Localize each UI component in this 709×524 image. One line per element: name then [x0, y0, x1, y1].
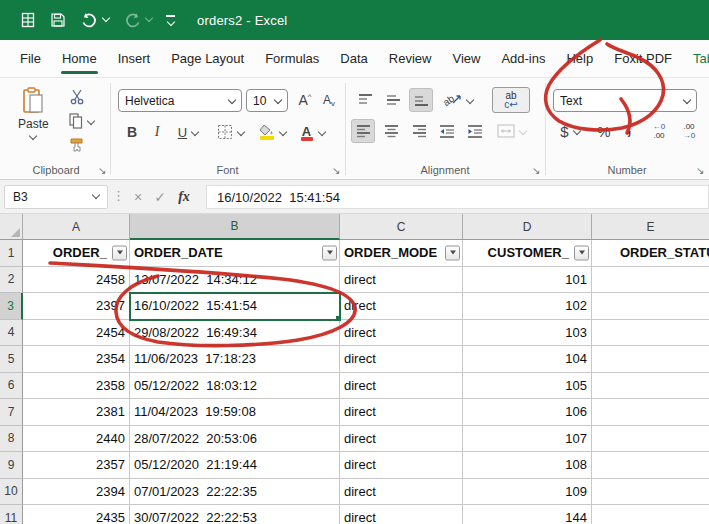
cell[interactable]	[592, 399, 709, 426]
comma-style-button[interactable]: ,	[620, 115, 638, 139]
number-dialog-launcher[interactable]: ↘	[696, 166, 704, 176]
cell[interactable]	[592, 346, 709, 373]
align-center-button[interactable]	[379, 119, 403, 143]
underline-dropdown-icon[interactable]	[191, 128, 199, 136]
cell[interactable]: 104	[463, 346, 592, 373]
font-dialog-launcher[interactable]: ↘	[332, 166, 340, 176]
cell[interactable]: CUSTOMER_	[463, 240, 592, 267]
cell[interactable]: 107	[463, 426, 592, 453]
underline-button[interactable]: U	[172, 121, 204, 143]
cell[interactable]	[592, 267, 709, 294]
cell[interactable]: 103	[463, 320, 592, 347]
cell[interactable]: 102	[463, 293, 592, 320]
undo-button[interactable]	[80, 12, 109, 28]
cell[interactable]: 101	[463, 267, 592, 294]
cell[interactable]: ORDER_STATU	[592, 240, 709, 267]
cell[interactable]	[592, 505, 709, 524]
tab-insert[interactable]: Insert	[116, 41, 153, 77]
filter-button[interactable]	[574, 245, 589, 260]
tab-help[interactable]: Help	[564, 41, 595, 77]
copy-dropdown-icon[interactable]	[86, 117, 94, 125]
fill-color-button[interactable]	[254, 121, 290, 143]
row-header-9[interactable]: 9	[0, 452, 23, 479]
cell[interactable]: 2357	[23, 452, 130, 479]
row-header-3[interactable]: 3	[0, 293, 23, 320]
cell[interactable]: 109	[463, 479, 592, 506]
borders-dropdown-icon[interactable]	[236, 128, 244, 136]
font-size-combo[interactable]: 10	[246, 89, 288, 112]
cell[interactable]: 28/07/2022 20:53:06	[130, 426, 340, 453]
cell[interactable]: 2435	[23, 505, 130, 524]
cell[interactable]: 108	[463, 452, 592, 479]
column-header-c[interactable]: C	[340, 214, 463, 240]
name-box[interactable]: B3	[4, 185, 108, 209]
accounting-format-button[interactable]: $	[553, 119, 587, 143]
tab-tab[interactable]: Tab	[691, 41, 709, 77]
font-color-dropdown-icon[interactable]	[317, 128, 325, 136]
alignment-dialog-launcher[interactable]: ↘	[532, 166, 540, 176]
cell[interactable]: 30/07/2022 22:22:53	[130, 505, 340, 524]
select-all-corner[interactable]	[0, 214, 23, 240]
row-header-10[interactable]: 10	[0, 479, 23, 506]
insert-function-button[interactable]: fx	[174, 186, 194, 208]
align-right-button[interactable]	[407, 119, 431, 143]
tab-page-layout[interactable]: Page Layout	[169, 41, 246, 77]
excel-logo-icon[interactable]	[20, 12, 36, 28]
cell[interactable]: 11/06/2023 17:18:23	[130, 346, 340, 373]
cell[interactable]: direct	[340, 452, 463, 479]
middle-align-button[interactable]	[381, 88, 405, 112]
decrease-font-size-button[interactable]: Av	[318, 89, 340, 111]
orientation-button[interactable]: ab	[438, 88, 478, 112]
row-header-2[interactable]: 2	[0, 267, 23, 294]
cell[interactable]: direct	[340, 320, 463, 347]
percent-style-button[interactable]: %	[592, 119, 616, 143]
cell[interactable]: direct	[340, 373, 463, 400]
fill-handle[interactable]	[335, 315, 340, 320]
cell[interactable]	[592, 426, 709, 453]
cell[interactable]: direct	[340, 399, 463, 426]
cell[interactable]: direct	[340, 346, 463, 373]
number-format-combo[interactable]: Text	[553, 89, 697, 112]
paste-button[interactable]: Paste	[18, 87, 49, 139]
cell[interactable]	[592, 293, 709, 320]
cell[interactable]: 11/04/2023 19:59:08	[130, 399, 340, 426]
cell[interactable]: ORDER_	[23, 240, 130, 267]
wrap-text-button[interactable]: abc↩	[492, 87, 530, 113]
copy-button[interactable]	[64, 111, 98, 131]
name-box-dropdown-icon[interactable]	[92, 191, 100, 199]
column-header-b[interactable]: B	[130, 214, 340, 240]
filter-button[interactable]	[322, 245, 337, 260]
row-header-11[interactable]: 11	[0, 505, 23, 524]
cell[interactable]: 05/12/2022 18:03:12	[130, 373, 340, 400]
decrease-indent-button[interactable]	[435, 119, 459, 143]
tab-formulas[interactable]: Formulas	[263, 41, 321, 77]
filter-button[interactable]	[112, 245, 127, 260]
orientation-dropdown-icon[interactable]	[465, 96, 473, 104]
cell[interactable]: ORDER_DATE	[130, 240, 340, 267]
cell[interactable]: direct	[340, 267, 463, 294]
cell[interactable]: direct	[340, 426, 463, 453]
cell[interactable]	[592, 452, 709, 479]
cell[interactable]: 2394	[23, 479, 130, 506]
undo-dropdown-icon[interactable]	[102, 14, 110, 22]
bottom-align-button[interactable]	[409, 88, 433, 112]
cell[interactable]: 05/12/2020 21:19:44	[130, 452, 340, 479]
cell[interactable]: 07/01/2023 22:22:35	[130, 479, 340, 506]
cell[interactable]: 13/07/2022 14:34:12	[130, 267, 340, 294]
increase-indent-button[interactable]	[463, 119, 487, 143]
paste-dropdown-icon[interactable]	[29, 132, 37, 140]
cell[interactable]: 29/08/2022 16:49:34	[130, 320, 340, 347]
column-header-a[interactable]: A	[23, 214, 130, 240]
cell[interactable]: 2358	[23, 373, 130, 400]
clipboard-dialog-launcher[interactable]: ↘	[98, 166, 106, 176]
row-header-5[interactable]: 5	[0, 346, 23, 373]
font-name-combo[interactable]: Helvetica	[118, 89, 242, 112]
cell[interactable]: 2354	[23, 346, 130, 373]
column-header-d[interactable]: D	[463, 214, 592, 240]
customize-quick-access-toolbar-icon[interactable]	[166, 15, 175, 25]
cell[interactable]: direct	[340, 479, 463, 506]
cell[interactable]	[592, 373, 709, 400]
fill-color-dropdown-icon[interactable]	[278, 128, 286, 136]
decrease-decimal-button[interactable]: .00→0	[676, 119, 702, 143]
font-color-button[interactable]: A	[294, 121, 330, 143]
